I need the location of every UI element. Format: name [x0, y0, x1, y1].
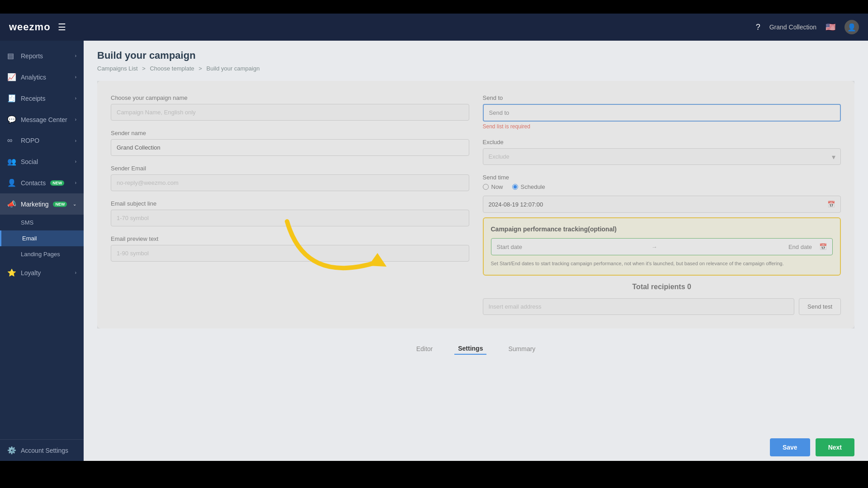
- breadcrumb-build-campaign: Build your campaign: [207, 65, 260, 72]
- sidebar-item-label: Contacts: [21, 179, 46, 187]
- sidebar-bottom: ⚙️ Account Settings: [0, 439, 84, 461]
- exclude-label: Exclude: [483, 139, 841, 145]
- sidebar-item-label: Marketing: [21, 201, 48, 208]
- sidebar-item-email[interactable]: Email: [0, 230, 84, 246]
- breadcrumb-sep: >: [142, 65, 147, 72]
- campaign-card: Choose your campaign name Sender name Se…: [97, 81, 854, 328]
- chevron-right-icon: ›: [75, 53, 76, 58]
- tab-summary[interactable]: Summary: [505, 343, 539, 354]
- chevron-right-icon: ›: [75, 159, 76, 164]
- reports-icon: ▤: [7, 52, 16, 60]
- chevron-right-icon: ›: [75, 75, 76, 80]
- sidebar-item-analytics[interactable]: 📈 Analytics ›: [0, 66, 84, 88]
- breadcrumb-choose-template[interactable]: Choose template: [150, 65, 194, 72]
- chevron-down-icon: ⌄: [73, 202, 76, 206]
- org-name: Grand Collection: [769, 23, 816, 31]
- end-date-input[interactable]: [661, 244, 812, 250]
- sidebar-item-social[interactable]: 👥 Social ›: [0, 151, 84, 172]
- hamburger-menu[interactable]: ☰: [58, 22, 66, 33]
- recipients-label: Total recipients: [632, 283, 685, 291]
- subject-line-label: Email subject line: [111, 200, 469, 207]
- tracking-hint: Set Start/End dates to start tracking ca…: [491, 260, 833, 267]
- sender-name-input[interactable]: [111, 139, 469, 156]
- sender-name-row: Sender name: [111, 130, 469, 156]
- top-navigation: weezmo ☰ ? Grand Collection 🇺🇸 👤: [0, 14, 868, 41]
- sidebar-item-sms[interactable]: SMS: [0, 215, 84, 230]
- sidebar-item-loyalty[interactable]: ⭐ Loyalty ›: [0, 262, 84, 283]
- radio-now-label[interactable]: Now: [483, 183, 503, 190]
- radio-schedule-label[interactable]: Schedule: [512, 183, 545, 190]
- radio-now[interactable]: [483, 184, 489, 190]
- sidebar-item-landing-pages[interactable]: Landing Pages: [0, 246, 84, 262]
- sidebar-item-ropo[interactable]: ∞ ROPO ›: [0, 130, 84, 151]
- calendar-icon: 📅: [819, 243, 827, 250]
- chevron-right-icon: ›: [75, 180, 76, 185]
- message-center-icon: 💬: [7, 115, 16, 124]
- exclude-select[interactable]: Exclude: [483, 148, 841, 165]
- send-test-email-input[interactable]: [483, 298, 795, 315]
- campaign-name-row: Choose your campaign name: [111, 94, 469, 121]
- tracking-box: Campaign performance tracking(optional) …: [483, 217, 841, 276]
- send-list-error: Send list is required: [483, 123, 841, 130]
- send-test-row: Send test: [483, 298, 841, 315]
- sender-email-input[interactable]: [111, 174, 469, 191]
- send-test-button[interactable]: Send test: [799, 298, 841, 315]
- page-title: Build your campaign: [97, 50, 854, 61]
- send-time-section: Send time Now Schedule 2024-08-19 12:07:…: [483, 174, 841, 213]
- top-black-bar: [0, 0, 868, 14]
- sidebar-item-message-center[interactable]: 💬 Message Center ›: [0, 109, 84, 130]
- send-to-row: Send to Send list is required: [483, 94, 841, 130]
- help-icon[interactable]: ?: [756, 23, 760, 32]
- nav-right-area: ? Grand Collection 🇺🇸 👤: [756, 20, 859, 34]
- send-to-input[interactable]: [483, 104, 841, 122]
- send-to-label: Send to: [483, 94, 841, 101]
- logo-text: weezmo: [9, 21, 51, 33]
- sidebar-item-contacts[interactable]: 👤 Contacts NEW ›: [0, 172, 84, 193]
- tab-editor[interactable]: Editor: [413, 343, 437, 354]
- preview-text-input[interactable]: [111, 245, 469, 262]
- sidebar-item-label: ROPO: [21, 137, 39, 144]
- loyalty-icon: ⭐: [7, 268, 16, 277]
- calendar-icon: 📅: [827, 201, 835, 208]
- sender-name-label: Sender name: [111, 130, 469, 136]
- bottom-black-bar: [0, 461, 868, 488]
- next-button[interactable]: Next: [816, 438, 854, 456]
- flag-icon: 🇺🇸: [826, 22, 835, 32]
- breadcrumb: Campaigns List > Choose template > Build…: [97, 65, 854, 72]
- sender-email-label: Sender Email: [111, 165, 469, 172]
- sub-item-label: SMS: [21, 219, 33, 226]
- marketing-icon: 📣: [7, 200, 16, 208]
- radio-schedule-text: Schedule: [521, 183, 545, 190]
- main-content: Build your campaign Campaigns List > Cho…: [84, 41, 868, 461]
- campaign-name-input[interactable]: [111, 104, 469, 121]
- breadcrumb-campaigns-list[interactable]: Campaigns List: [97, 65, 138, 72]
- radio-schedule[interactable]: [512, 184, 518, 190]
- tracking-title: Campaign performance tracking(optional): [491, 225, 833, 233]
- chevron-right-icon: ›: [75, 96, 76, 101]
- sidebar-item-receipts[interactable]: 🧾 Receipts ›: [0, 88, 84, 109]
- new-badge: NEW: [50, 180, 64, 186]
- sidebar-item-account-settings[interactable]: ⚙️ Account Settings: [0, 440, 84, 461]
- subject-line-input[interactable]: [111, 210, 469, 226]
- sidebar-item-label: Loyalty: [21, 269, 41, 277]
- new-badge: NEW: [53, 202, 67, 207]
- datetime-input[interactable]: 2024-08-19 12:07:00 📅: [483, 196, 841, 213]
- action-buttons: Save Next: [770, 438, 854, 456]
- avatar[interactable]: 👤: [844, 20, 859, 34]
- date-range-separator: →: [651, 244, 657, 250]
- date-range-input[interactable]: → 📅: [491, 238, 833, 255]
- chevron-right-icon: ›: [75, 117, 76, 122]
- sidebar-item-label: Reports: [21, 52, 43, 60]
- campaign-name-label: Choose your campaign name: [111, 94, 469, 101]
- tab-settings[interactable]: Settings: [454, 343, 486, 355]
- contacts-icon: 👤: [7, 178, 16, 187]
- save-button[interactable]: Save: [770, 438, 810, 456]
- sidebar-item-reports[interactable]: ▤ Reports ›: [0, 45, 84, 66]
- bottom-tabs: Editor Settings Summary: [97, 336, 854, 362]
- datetime-value: 2024-08-19 12:07:00: [489, 201, 543, 208]
- send-time-label: Send time: [483, 174, 841, 181]
- start-date-input[interactable]: [497, 244, 648, 250]
- exclude-select-wrapper: Exclude: [483, 148, 841, 165]
- two-col-layout: Choose your campaign name Sender name Se…: [111, 94, 841, 315]
- sidebar-item-marketing[interactable]: 📣 Marketing NEW ⌄: [0, 193, 84, 215]
